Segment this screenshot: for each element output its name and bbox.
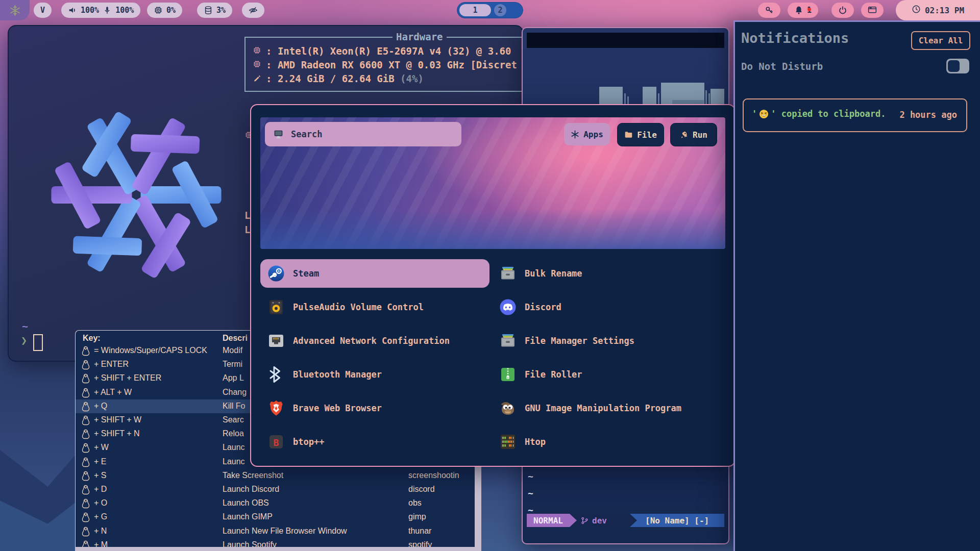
drawer-icon bbox=[499, 265, 517, 282]
notifications-title: Notifications bbox=[741, 30, 849, 46]
tux-icon bbox=[81, 373, 90, 384]
tab-apps[interactable]: Apps bbox=[564, 123, 610, 145]
app-item-btop-[interactable]: Bbtop++ bbox=[260, 428, 489, 456]
notification-text: '' copied to clipboard. bbox=[752, 109, 886, 119]
clipped-fastfetch-text: L bbox=[244, 210, 250, 221]
discord-icon bbox=[499, 298, 517, 316]
key-icon bbox=[765, 6, 774, 15]
keybind-description: Launch New File Browser Window bbox=[223, 527, 347, 536]
keybind-description: Launc bbox=[223, 457, 245, 466]
keybind-key: + N bbox=[94, 527, 107, 536]
tux-icon bbox=[81, 415, 90, 425]
svg-text:B: B bbox=[274, 437, 279, 448]
clear-all-button[interactable]: Clear All bbox=[911, 31, 970, 50]
keybind-key: = Windows/Super/CAPS LOCK bbox=[94, 346, 207, 355]
nixos-logo bbox=[32, 90, 241, 299]
keybind-row: + OLaunch OBSobs bbox=[76, 496, 475, 510]
idle-inhibitor-button[interactable] bbox=[242, 3, 264, 18]
memory-widget[interactable]: 3% bbox=[197, 3, 232, 18]
keybind-key: + ALT + W bbox=[94, 388, 132, 397]
screenshot-button[interactable] bbox=[861, 3, 884, 18]
keybind-row: + NLaunch New File Browser Windowthunar bbox=[76, 524, 475, 538]
screenshot-icon bbox=[868, 6, 877, 15]
app-item-htop[interactable]: Htop bbox=[492, 428, 726, 456]
horizontal-scrollbar[interactable] bbox=[75, 547, 481, 551]
launcher-button[interactable]: V bbox=[34, 3, 52, 18]
vim-tilde: ~ bbox=[528, 471, 533, 482]
keybind-row: + GLaunch GIMPgimp bbox=[76, 510, 475, 524]
keybind-command: obs bbox=[408, 498, 422, 508]
keybind-description: Take Screenshot bbox=[223, 471, 283, 480]
keybind-command: screenshootin bbox=[408, 471, 459, 480]
nixos-menu-button[interactable] bbox=[0, 0, 30, 20]
cpu-icon bbox=[154, 6, 163, 15]
power-button[interactable] bbox=[831, 3, 854, 18]
app-item-file-roller[interactable]: File Roller bbox=[492, 360, 726, 389]
keybind-description: App L bbox=[223, 373, 244, 383]
desktop: Hardware : Intel(R) Xeon(R) E5-2697A v4 … bbox=[0, 0, 980, 551]
app-item-gnu-image-manipulation-program[interactable]: GNU Image Manipulation Program bbox=[492, 394, 726, 422]
tux-icon bbox=[81, 485, 90, 495]
app-item-discord[interactable]: Discord bbox=[492, 293, 726, 321]
tux-icon bbox=[81, 360, 90, 370]
volume-widget[interactable]: 100% 100% bbox=[61, 3, 140, 18]
keybind-description: Chang bbox=[223, 388, 247, 397]
keybind-description: Searc bbox=[223, 415, 244, 424]
vim-filename: [No Name] [-] bbox=[637, 514, 724, 527]
keyring-button[interactable] bbox=[758, 3, 780, 18]
bluetooth-icon bbox=[267, 366, 285, 383]
top-bar: V 100% 100% 0% 3% 1 2 bbox=[0, 0, 980, 20]
app-item-bulk-rename[interactable]: Bulk Rename bbox=[492, 259, 726, 288]
tux-icon bbox=[81, 402, 90, 412]
search-input[interactable]: Search bbox=[265, 122, 461, 146]
keybind-description: Reloa bbox=[223, 429, 244, 438]
tab-run[interactable]: Run bbox=[670, 123, 717, 146]
keybind-key: + Q bbox=[94, 402, 107, 411]
workspace-2-button[interactable]: 2 bbox=[494, 4, 506, 16]
microphone-icon bbox=[103, 6, 112, 15]
keybind-key: + O bbox=[94, 498, 107, 508]
keybinds-header-desc: Descri bbox=[223, 334, 248, 343]
do-not-disturb-toggle[interactable] bbox=[946, 59, 969, 73]
workspace-1-button[interactable]: 1 bbox=[459, 4, 491, 16]
app-item-pulseaudio-volume-control[interactable]: PulseAudio Volume Control bbox=[260, 293, 489, 321]
clipped-fastfetch-text: L bbox=[244, 224, 250, 235]
tab-file[interactable]: File bbox=[617, 123, 664, 146]
memory-info-line: : 2.24 GiB / 62.64 GiB (4%) bbox=[253, 71, 424, 85]
power-icon bbox=[838, 6, 847, 15]
keybind-key: + SHIFT + W bbox=[94, 415, 141, 424]
app-item-file-manager-settings[interactable]: File Manager Settings bbox=[492, 327, 726, 355]
keybind-key: + G bbox=[94, 512, 107, 521]
keybind-key: + SHIFT + N bbox=[94, 429, 140, 438]
clock-widget[interactable]: 02:13 PM bbox=[896, 0, 980, 20]
tux-icon bbox=[81, 429, 90, 439]
tux-icon bbox=[81, 346, 90, 356]
keybind-row: + STake Screenshotscreenshootin bbox=[76, 469, 475, 483]
keybind-key: + W bbox=[94, 443, 109, 452]
git-branch-icon bbox=[581, 517, 589, 524]
app-item-advanced-network-configuration[interactable]: Advanced Network Configuration bbox=[260, 327, 489, 355]
keybinds-header-key: Key: bbox=[83, 334, 101, 343]
keybind-command: discord bbox=[408, 485, 435, 494]
app-item-bluetooth-manager[interactable]: Bluetooth Manager bbox=[260, 360, 489, 389]
hardware-info-box: Hardware : Intel(R) Xeon(R) E5-2697A v4 … bbox=[244, 37, 523, 92]
app-item-steam[interactable]: Steam bbox=[260, 259, 489, 288]
vim-statusline: NORMAL dev [No Name] [-] bbox=[527, 514, 724, 527]
htop-icon bbox=[499, 433, 517, 450]
tux-icon bbox=[81, 388, 90, 398]
keybind-row: + DLaunch Discorddiscord bbox=[76, 483, 475, 496]
keybind-description: Kill Fo bbox=[223, 402, 245, 411]
notifications-button[interactable]: 1 bbox=[788, 3, 818, 18]
notification-item[interactable]: '' copied to clipboard. 2 hours ago bbox=[743, 98, 967, 132]
drawer-icon bbox=[499, 332, 517, 349]
app-item-brave-web-browser[interactable]: Brave Web Browser bbox=[260, 394, 489, 422]
cpu-chip-icon bbox=[253, 45, 261, 57]
pavucontrol-icon bbox=[267, 298, 285, 316]
keybind-key: + E bbox=[94, 457, 106, 466]
cpu-info-line: : Intel(R) Xeon(R) E5-2697A v4 (32) @ 3.… bbox=[253, 44, 511, 58]
fileroller-icon bbox=[499, 366, 517, 383]
clipped-fastfetch-icon bbox=[244, 130, 250, 141]
network-icon bbox=[267, 332, 285, 349]
cpu-widget[interactable]: 0% bbox=[147, 3, 182, 18]
keybind-description: Launc bbox=[223, 443, 245, 452]
